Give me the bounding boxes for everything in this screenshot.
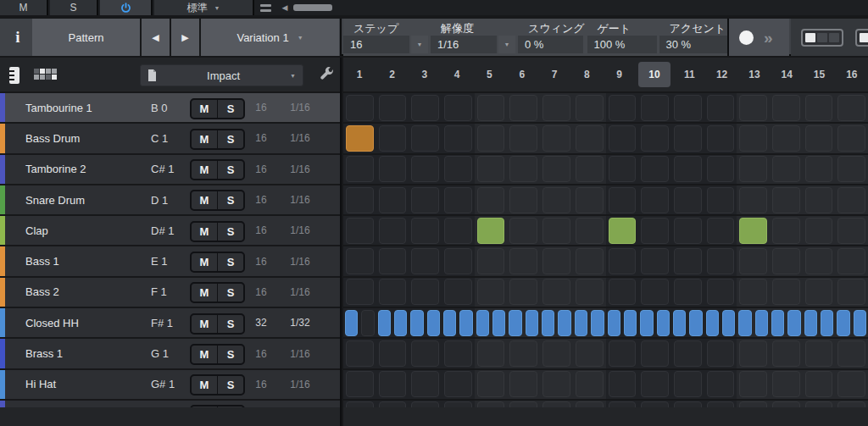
step-cell[interactable] xyxy=(411,401,439,407)
step-cell[interactable] xyxy=(379,401,407,407)
step-cell[interactable] xyxy=(411,279,439,305)
step-cell[interactable] xyxy=(772,156,800,182)
solo-button[interactable]: S xyxy=(218,191,243,209)
step-cell[interactable] xyxy=(674,401,702,407)
solo-button[interactable]: S xyxy=(218,407,243,407)
step-cell[interactable] xyxy=(346,218,374,244)
step-cell[interactable] xyxy=(641,125,669,152)
step-cell[interactable] xyxy=(346,95,374,121)
lane-resolution[interactable]: 1/32 xyxy=(283,308,317,337)
step-cell[interactable] xyxy=(509,248,537,274)
step-cell[interactable] xyxy=(739,187,767,213)
channel-solo-button[interactable]: S xyxy=(50,0,98,15)
step-column-number[interactable]: 2 xyxy=(376,58,408,91)
step-cell[interactable] xyxy=(854,310,866,336)
step-cell[interactable] xyxy=(739,248,767,274)
mute-button[interactable]: M xyxy=(192,346,217,363)
info-button[interactable]: i xyxy=(7,25,29,50)
step-cell[interactable] xyxy=(673,310,686,336)
step-cell[interactable] xyxy=(476,310,489,336)
prev-variation-button[interactable]: ◀ xyxy=(142,19,170,56)
step-cell[interactable] xyxy=(837,401,865,407)
parameter-value[interactable]: 1/16 xyxy=(431,36,497,53)
mute-button[interactable]: M xyxy=(192,315,217,333)
step-cell[interactable] xyxy=(477,156,505,182)
step-cell[interactable] xyxy=(379,95,407,121)
step-cell[interactable] xyxy=(837,310,849,336)
parameter-value[interactable]: 30 % xyxy=(659,36,731,53)
lane-step-count[interactable] xyxy=(248,401,275,407)
step-cell[interactable] xyxy=(576,371,604,397)
lane-resolution[interactable]: 1/16 xyxy=(283,246,317,275)
step-cell[interactable] xyxy=(641,340,669,367)
step-cell[interactable] xyxy=(411,125,439,152)
step-cell[interactable] xyxy=(542,371,570,397)
step-cell[interactable] xyxy=(459,310,472,336)
mute-button[interactable]: M xyxy=(192,407,217,407)
step-cell[interactable] xyxy=(379,279,407,305)
lane-resolution[interactable]: 1/16 xyxy=(283,124,317,152)
mute-button[interactable]: M xyxy=(192,130,217,148)
solo-button[interactable]: S xyxy=(218,223,243,241)
step-cell[interactable] xyxy=(657,310,670,336)
lane-row[interactable]: Clap D# 1 M S 16 1/16 xyxy=(0,216,340,246)
step-column-number[interactable]: 15 xyxy=(803,58,835,91)
step-cell[interactable] xyxy=(346,340,374,367)
step-cell[interactable] xyxy=(509,371,537,397)
step-column-number[interactable]: 12 xyxy=(705,58,737,91)
record-button[interactable] xyxy=(739,30,754,45)
step-cell[interactable] xyxy=(576,279,604,305)
lane-row[interactable]: Closed HH F# 1 M S 32 1/32 xyxy=(0,308,340,339)
step-cell[interactable] xyxy=(837,279,865,305)
step-cell[interactable] xyxy=(509,279,537,305)
step-cell[interactable] xyxy=(509,340,537,367)
step-cell[interactable] xyxy=(739,401,767,407)
step-cell[interactable] xyxy=(787,310,800,336)
solo-button[interactable]: S xyxy=(218,376,243,394)
step-cell[interactable] xyxy=(444,371,472,397)
step-cell[interactable] xyxy=(609,218,637,244)
variation-dropdown[interactable]: Variation 1 ▼ xyxy=(201,19,339,56)
step-cell[interactable] xyxy=(674,187,702,213)
step-cell[interactable] xyxy=(641,248,669,274)
step-column-number[interactable]: 14 xyxy=(771,58,803,91)
step-column-number[interactable]: 5 xyxy=(473,58,505,91)
step-cell[interactable] xyxy=(804,310,817,336)
step-cell[interactable] xyxy=(641,279,669,305)
step-cell[interactable] xyxy=(674,125,702,152)
lane-row[interactable]: Tambourine 1 B 0 M S 16 1/16 xyxy=(0,93,340,124)
solo-button[interactable]: S xyxy=(218,253,243,271)
mute-button[interactable]: M xyxy=(192,376,217,394)
lane-row[interactable]: Brass 1 G 1 M S 16 1/16 xyxy=(0,339,340,369)
step-cell[interactable] xyxy=(837,340,865,367)
lane-row[interactable]: Bass Drum C 1 M S 16 1/16 xyxy=(0,124,340,154)
step-cell[interactable] xyxy=(805,187,833,213)
step-cell[interactable] xyxy=(444,279,472,305)
step-cell[interactable] xyxy=(674,279,702,305)
step-cell[interactable] xyxy=(707,279,735,305)
pads-view-icon[interactable] xyxy=(34,69,57,80)
step-cell[interactable] xyxy=(609,401,637,407)
step-cell[interactable] xyxy=(739,156,767,182)
step-cell[interactable] xyxy=(609,371,637,397)
parameter-value[interactable]: 16 xyxy=(343,36,409,53)
channel-mute-button[interactable]: M xyxy=(0,0,48,15)
step-cell[interactable] xyxy=(411,95,439,121)
step-cell[interactable] xyxy=(361,310,374,336)
bank-widget[interactable] xyxy=(855,29,868,47)
step-cell[interactable] xyxy=(674,95,702,121)
step-cell[interactable] xyxy=(641,401,669,407)
step-cell[interactable] xyxy=(591,310,604,336)
pattern-button[interactable]: Pattern xyxy=(32,19,140,56)
step-cell[interactable] xyxy=(772,401,800,407)
step-column-number[interactable]: 11 xyxy=(673,58,705,91)
step-cell[interactable] xyxy=(378,310,391,336)
step-column-number[interactable]: 7 xyxy=(538,58,570,91)
step-cell[interactable] xyxy=(576,218,604,244)
parameter-value[interactable]: 100 % xyxy=(587,36,657,53)
step-cell[interactable] xyxy=(707,371,735,397)
wrench-icon[interactable] xyxy=(320,67,335,82)
solo-button[interactable]: S xyxy=(218,346,243,363)
step-cell[interactable] xyxy=(444,95,472,121)
step-cell[interactable] xyxy=(641,371,669,397)
